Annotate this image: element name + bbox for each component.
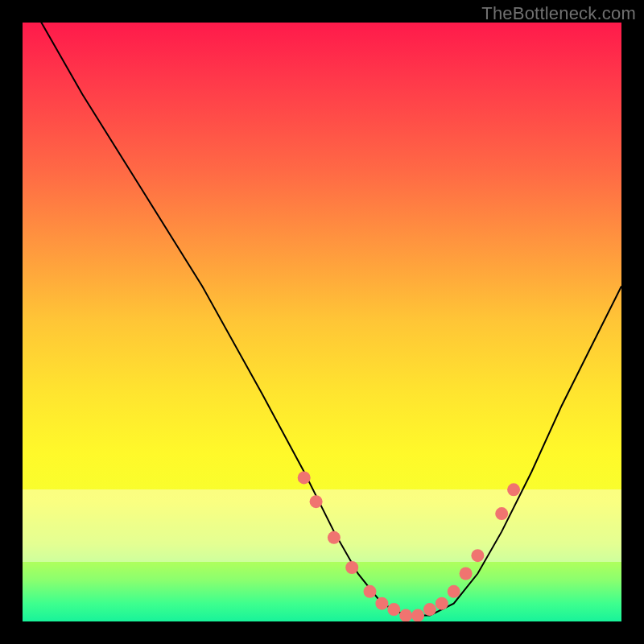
marker-dot bbox=[471, 549, 484, 562]
marker-dot bbox=[364, 585, 377, 598]
outer-frame: TheBottleneck.com bbox=[0, 0, 644, 644]
marker-dot bbox=[310, 495, 323, 508]
marker-dot bbox=[298, 471, 311, 484]
marker-dot bbox=[328, 531, 341, 544]
marker-group bbox=[298, 471, 520, 621]
marker-dot bbox=[411, 609, 424, 621]
marker-dot bbox=[495, 507, 508, 520]
marker-dot bbox=[460, 568, 473, 580]
chart-svg bbox=[23, 23, 621, 621]
marker-dot bbox=[399, 609, 412, 621]
marker-dot bbox=[448, 585, 460, 598]
marker-dot bbox=[375, 597, 388, 610]
marker-dot bbox=[345, 561, 358, 574]
bottleneck-curve bbox=[35, 23, 621, 616]
marker-dot bbox=[507, 483, 520, 496]
marker-dot bbox=[387, 603, 400, 616]
watermark-text: TheBottleneck.com bbox=[481, 3, 636, 24]
marker-dot bbox=[436, 597, 448, 610]
marker-dot bbox=[423, 603, 436, 616]
plot-area bbox=[23, 23, 621, 621]
